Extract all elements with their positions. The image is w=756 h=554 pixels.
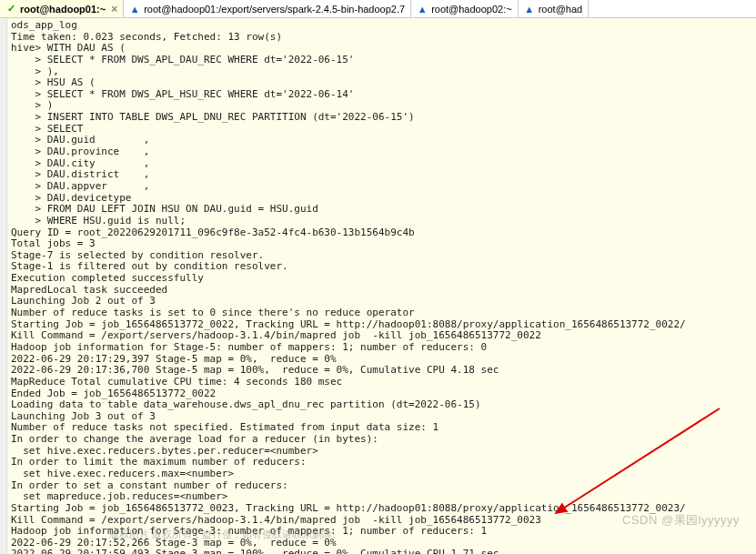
tab-label: root@hadoop01:~: [20, 4, 106, 15]
watermark-text: CSDN @果园lyyyyyy: [622, 512, 740, 529]
close-icon[interactable]: ×: [111, 3, 117, 15]
tab-label: root@had: [539, 4, 582, 15]
warn-icon: ▲: [524, 4, 535, 15]
warn-icon: ▲: [129, 4, 140, 15]
left-gutter: [0, 18, 7, 554]
tab-hadoop-partial[interactable]: ▲ root@had: [519, 0, 589, 17]
tab-hadoop01-spark[interactable]: ▲ root@hadoop01:/export/servers/spark-2.…: [124, 0, 411, 17]
tab-hadoop01-home[interactable]: ✓ root@hadoop01:~ ×: [0, 0, 124, 17]
tab-bar: ✓ root@hadoop01:~ × ▲ root@hadoop01:/exp…: [0, 0, 756, 18]
warn-icon: ▲: [417, 4, 428, 15]
check-icon: ✓: [5, 4, 16, 15]
footer-copyright: 版权图片 版权所有，盗行侵；如有侵权请联系删除。: [109, 528, 342, 541]
tab-label: root@hadoop02:~: [431, 4, 512, 15]
tab-label: root@hadoop01:/export/servers/spark-2.4.…: [144, 4, 405, 15]
terminal-output[interactable]: ods_app_log Time taken: 0.023 seconds, F…: [7, 18, 756, 554]
tab-hadoop02-home[interactable]: ▲ root@hadoop02:~: [411, 0, 519, 17]
